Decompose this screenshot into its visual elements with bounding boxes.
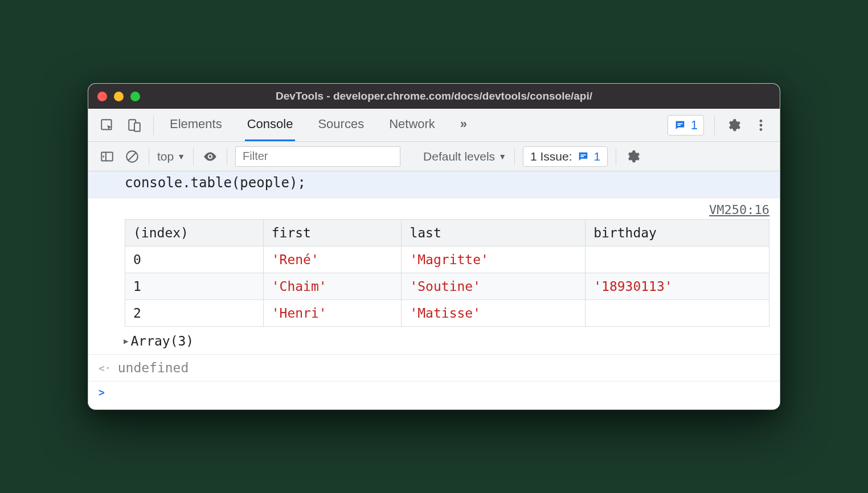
cell-first: 'René' [263,246,402,273]
source-link[interactable]: VM250:16 [88,198,780,219]
panel-tabs: Elements Console Sources Network » [167,109,469,141]
col-first[interactable]: first [263,220,402,246]
svg-rect-2 [134,122,140,131]
svg-point-12 [209,155,211,157]
levels-label: Default levels [423,150,495,163]
filter-input[interactable] [235,146,400,167]
messages-count: 1 [691,118,698,133]
svg-rect-13 [580,154,586,155]
table-header-row: (index) first last birthday [125,220,769,246]
titlebar: DevTools - developer.chrome.com/docs/dev… [88,84,780,109]
cell-birthday [586,300,769,327]
chevron-down-icon: ▼ [498,152,506,161]
minimize-window-button[interactable] [114,92,124,101]
return-arrow-icon: <· [99,362,111,374]
devtools-window: DevTools - developer.chrome.com/docs/dev… [88,83,780,410]
settings-icon[interactable] [725,117,742,134]
cell-birthday: '18930113' [586,273,769,300]
main-toolbar: Elements Console Sources Network » 1 [88,109,780,142]
cell-first: 'Henri' [263,300,402,327]
console-settings-icon[interactable] [624,148,641,165]
chevron-down-icon: ▼ [177,152,185,161]
array-label: Array(3) [130,334,194,348]
expand-triangle-icon: ▶ [124,336,128,346]
svg-point-5 [760,120,763,122]
cell-last: 'Magritte' [402,246,586,273]
col-birthday[interactable]: birthday [586,220,769,246]
table-row[interactable]: 2 'Henri' 'Matisse' [125,300,769,327]
return-value: undefined [118,360,189,375]
prompt-chevron-icon: > [99,387,105,399]
close-window-button[interactable] [97,92,107,101]
tab-elements[interactable]: Elements [167,109,224,141]
clear-console-icon[interactable] [124,148,141,165]
device-toggle-icon[interactable] [126,117,143,134]
more-options-icon[interactable] [752,117,769,134]
console-toolbar: top ▼ Default levels ▼ 1 Issue: 1 [88,142,780,171]
svg-rect-14 [580,156,583,157]
svg-point-6 [760,124,763,126]
return-value-line: <· undefined [88,355,780,381]
input-code-line: console.table(people); [88,171,780,198]
svg-rect-0 [101,120,111,129]
array-expand-line[interactable]: ▶ Array(3) [88,330,780,355]
log-levels-selector[interactable]: Default levels ▼ [423,150,506,163]
issues-count: 1 [594,150,601,163]
tab-console[interactable]: Console [245,109,296,141]
cell-first: 'Chaim' [263,273,402,300]
console-table: (index) first last birthday 0 'René' 'Ma… [125,219,769,327]
cell-last: 'Matisse' [402,300,586,327]
issues-badge[interactable]: 1 Issue: 1 [523,146,608,167]
cell-index: 1 [125,273,264,300]
table-row[interactable]: 0 'René' 'Magritte' [125,246,769,273]
cell-index: 0 [125,246,264,273]
col-index[interactable]: (index) [125,220,264,246]
issues-label: 1 Issue: [530,150,572,163]
maximize-window-button[interactable] [130,92,140,101]
more-tabs-button[interactable]: » [458,109,469,141]
cell-last: 'Soutine' [402,273,586,300]
window-title: DevTools - developer.chrome.com/docs/dev… [88,90,780,102]
messages-badge[interactable]: 1 [668,115,704,135]
svg-line-11 [129,153,136,160]
context-label: top [157,150,174,163]
context-selector[interactable]: top ▼ [157,150,185,163]
cell-birthday [586,246,769,273]
svg-point-7 [760,128,763,131]
live-expression-icon[interactable] [202,148,219,165]
tab-sources[interactable]: Sources [316,109,366,141]
svg-rect-3 [677,123,682,124]
cell-index: 2 [125,300,264,327]
sidebar-toggle-icon[interactable] [99,148,116,165]
inspect-element-icon[interactable] [99,117,116,134]
table-row[interactable]: 1 'Chaim' 'Soutine' '18930113' [125,273,769,300]
tab-network[interactable]: Network [387,109,437,141]
console-output: console.table(people); VM250:16 (index) … [88,171,780,409]
col-last[interactable]: last [402,220,586,246]
console-prompt[interactable]: > [88,381,780,409]
svg-rect-4 [677,125,681,126]
console-table-wrapper: (index) first last birthday 0 'René' 'Ma… [88,219,780,330]
traffic-lights [97,92,140,101]
